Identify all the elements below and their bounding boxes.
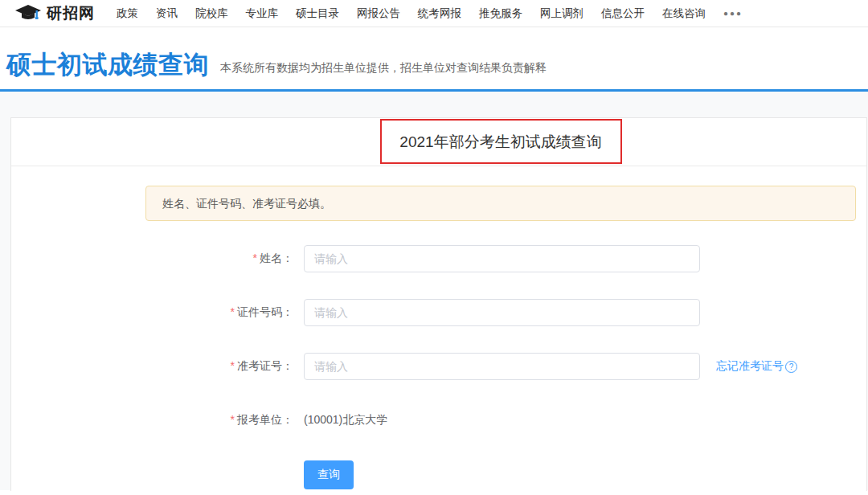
form-row-target-institution: *报考单位： (10001)北京大学 [145, 407, 856, 434]
nav-item-news[interactable]: 资讯 [147, 6, 186, 21]
nav-more-dots-icon[interactable]: ●●● [714, 9, 751, 18]
required-asterisk: * [231, 359, 235, 372]
query-submit-button[interactable]: 查询 [304, 460, 354, 489]
nav-item-online-notice[interactable]: 网报公告 [348, 6, 409, 21]
nav-menu: 政策 资讯 院校库 专业库 硕士目录 网报公告 统考网报 推免服务 网上调剂 信… [108, 6, 751, 21]
main-content: 2021年部分考生初试成绩查询 姓名、证件号码、准考证号必填。 *姓名： *证件… [0, 92, 868, 490]
page-subtitle: 本系统所有数据均为招生单位提供，招生单位对查询结果负责解释 [220, 61, 547, 79]
site-logo[interactable]: 研招网 [14, 3, 95, 24]
name-label: *姓名： [145, 252, 293, 266]
nav-item-exempt-service[interactable]: 推免服务 [470, 6, 531, 21]
nav-item-unified-exam[interactable]: 统考网报 [409, 6, 470, 21]
form-row-admission-ticket: *准考证号： 忘记准考证号 ? [145, 353, 856, 380]
nav-item-policy[interactable]: 政策 [108, 6, 147, 21]
nav-item-master-catalog[interactable]: 硕士目录 [287, 6, 348, 21]
admission-ticket-input[interactable] [304, 353, 700, 380]
query-card: 2021年部分考生初试成绩查询 姓名、证件号码、准考证号必填。 *姓名： *证件… [10, 117, 867, 491]
id-number-input[interactable] [304, 299, 700, 326]
required-asterisk: * [231, 413, 235, 426]
nav-item-major-db[interactable]: 专业库 [237, 6, 288, 21]
nav-item-info-disclosure[interactable]: 信息公开 [592, 6, 653, 21]
required-asterisk: * [253, 252, 257, 264]
nav-item-college-db[interactable]: 院校库 [186, 6, 237, 21]
card-title: 2021年部分考生初试成绩查询 [399, 132, 601, 153]
card-header: 2021年部分考生初试成绩查询 [11, 118, 866, 166]
question-mark-icon: ? [785, 361, 797, 373]
forgot-ticket-link[interactable]: 忘记准考证号 ? [716, 359, 797, 374]
target-institution-label: *报考单位： [145, 413, 293, 428]
logo-text: 研招网 [47, 3, 95, 24]
nav-item-adjustment[interactable]: 网上调剂 [531, 6, 592, 21]
id-number-label: *证件号码： [145, 305, 293, 320]
card-body: 姓名、证件号码、准考证号必填。 *姓名： *证件号码： *准考证号： 忘记准考 [11, 166, 866, 489]
form-row-id-number: *证件号码： [145, 299, 856, 326]
admission-ticket-label: *准考证号： [145, 359, 293, 374]
nav-item-online-consult[interactable]: 在线咨询 [653, 6, 714, 21]
name-input[interactable] [304, 245, 700, 272]
top-navigation-bar: 研招网 政策 资讯 院校库 专业库 硕士目录 网报公告 统考网报 推免服务 网上… [0, 0, 868, 27]
required-asterisk: * [231, 305, 235, 318]
graduation-cap-icon [14, 4, 42, 23]
target-institution-value: (10001)北京大学 [304, 413, 387, 428]
page-title: 硕士初试成绩查询 [6, 51, 209, 79]
form-row-name: *姓名： [145, 245, 856, 272]
required-fields-alert: 姓名、证件号码、准考证号必填。 [145, 186, 856, 221]
page-header: 硕士初试成绩查询 本系统所有数据均为招生单位提供，招生单位对查询结果负责解释 [0, 27, 868, 89]
